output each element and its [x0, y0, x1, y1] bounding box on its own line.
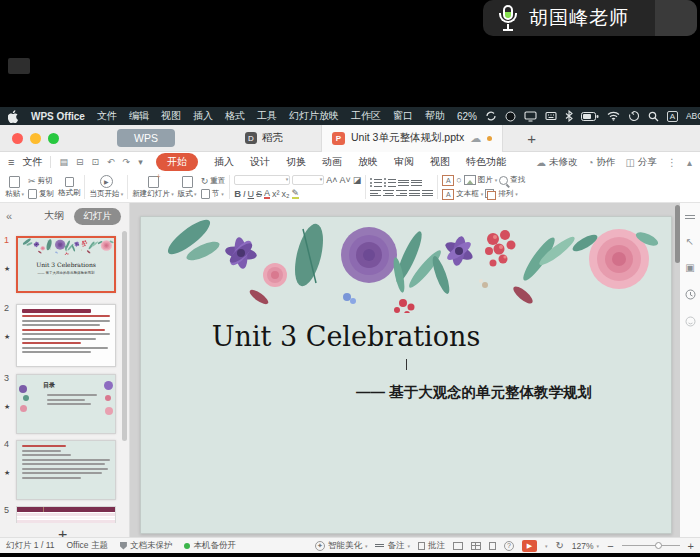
zoom-in-button[interactable]: +: [688, 540, 694, 552]
align-right-button[interactable]: [396, 190, 407, 196]
collapse-panel-button[interactable]: «: [6, 210, 12, 222]
picture-icon[interactable]: [464, 175, 476, 185]
menu-edit[interactable]: 编辑: [129, 109, 149, 123]
close-window-button[interactable]: [12, 133, 23, 144]
zoom-percent[interactable]: 127%: [572, 541, 594, 551]
preview-icon[interactable]: ⊡: [91, 157, 99, 167]
tab-home[interactable]: 开始: [156, 153, 198, 171]
paste-button[interactable]: 粘贴 ▾: [5, 176, 24, 199]
backup-status[interactable]: 本机备份开: [193, 540, 236, 552]
sync-icon[interactable]: [485, 110, 497, 122]
undo-icon[interactable]: ↶: [107, 157, 115, 167]
arrange-button[interactable]: 排列: [498, 189, 513, 199]
textbox-icon[interactable]: A: [442, 189, 454, 200]
format-painter-button[interactable]: 格式刷: [58, 177, 81, 198]
wps-home-button[interactable]: WPS: [117, 129, 175, 147]
menu-window[interactable]: 窗口: [393, 109, 413, 123]
tab-document-active[interactable]: P Unit 3单元整体规划.pptx ☁: [321, 125, 503, 152]
find-button[interactable]: 查找: [510, 175, 525, 185]
control-center-icon[interactable]: [628, 110, 640, 122]
font-color-button[interactable]: A: [264, 189, 270, 199]
video-call-overlay[interactable]: 胡国峰老师: [483, 0, 697, 36]
menubar-app-name[interactable]: WPS Office: [31, 111, 85, 122]
notes-button[interactable]: 备注: [387, 540, 404, 552]
theme-name[interactable]: Office 主题: [67, 540, 108, 552]
slide-title-text[interactable]: Unit 3 Celebrations: [81, 321, 611, 352]
cut-button[interactable]: ✂剪切: [28, 176, 54, 186]
wordart-icon[interactable]: A: [442, 175, 454, 186]
fit-window-icon[interactable]: ↻: [555, 540, 563, 551]
justify-button[interactable]: [409, 190, 420, 196]
play-slideshow-button[interactable]: ▶: [522, 540, 537, 552]
picture-button[interactable]: 图片: [478, 175, 493, 185]
increase-font-button[interactable]: A˄: [326, 175, 337, 185]
ribbon-file-menu[interactable]: 文件: [22, 155, 42, 169]
slide-layout-button[interactable]: 版式 ▾: [178, 176, 197, 199]
numbered-list-button[interactable]: [384, 178, 396, 187]
textbox-button[interactable]: 文本框: [456, 189, 479, 199]
print-icon[interactable]: ⊟: [76, 157, 84, 167]
reading-view-button[interactable]: [489, 542, 496, 550]
hamburger-menu-icon[interactable]: ≡: [8, 156, 14, 168]
play-options-caret[interactable]: ▾: [545, 543, 548, 549]
slide-thumbnail-1[interactable]: Unit 3 Celebrations —— 基于大观念的单元整体教学规划: [16, 236, 116, 293]
tab-outline[interactable]: 大纲: [44, 209, 64, 223]
tab-special-features[interactable]: 特色功能: [466, 155, 506, 169]
menu-insert[interactable]: 插入: [193, 109, 213, 123]
select-tool-icon[interactable]: ↖: [686, 237, 694, 247]
section-button[interactable]: 节▾: [201, 189, 226, 199]
collaborate-button[interactable]: 协作: [597, 156, 616, 169]
menu-file[interactable]: 文件: [97, 109, 117, 123]
slide-thumbnail-3[interactable]: 目录: [16, 374, 116, 434]
menu-slideshow[interactable]: 幻灯片放映: [289, 109, 339, 123]
increase-indent-button[interactable]: [411, 180, 422, 186]
menu-view[interactable]: 视图: [161, 109, 181, 123]
tab-design[interactable]: 设计: [250, 155, 270, 169]
wifi-icon[interactable]: [607, 111, 620, 121]
slide-thumbnail-4[interactable]: [16, 440, 116, 500]
protection-status[interactable]: 文档未保护: [130, 540, 173, 552]
strikethrough-button[interactable]: S: [256, 189, 262, 199]
search-icon[interactable]: [648, 111, 659, 122]
collapse-ribbon-icon[interactable]: ▴: [687, 157, 692, 168]
decrease-indent-button[interactable]: [398, 180, 409, 186]
menu-format[interactable]: 格式: [225, 109, 245, 123]
share-button[interactable]: 分享: [638, 156, 657, 169]
decrease-font-button[interactable]: A˅: [339, 175, 350, 185]
tab-slideshow[interactable]: 放映: [358, 155, 378, 169]
display-icon[interactable]: [524, 111, 537, 122]
italic-button[interactable]: I: [243, 189, 246, 199]
comment-button[interactable]: 批注: [428, 540, 445, 552]
zoom-window-button[interactable]: [48, 133, 59, 144]
bullet-list-button[interactable]: [370, 178, 382, 187]
tab-transition[interactable]: 切换: [286, 155, 306, 169]
new-tab-button[interactable]: +: [527, 130, 536, 147]
input-abc-label[interactable]: ABC: [686, 111, 700, 121]
input-source-icon[interactable]: A: [667, 111, 678, 122]
reset-button[interactable]: ↻重置: [201, 176, 226, 186]
image-panel-icon[interactable]: ▣: [685, 263, 694, 273]
superscript-button[interactable]: x²: [272, 189, 280, 199]
align-center-button[interactable]: [383, 190, 394, 196]
rail-handle-icon[interactable]: [685, 213, 695, 221]
help-icon[interactable]: ?: [504, 541, 514, 551]
smart-idea-icon[interactable]: ○: [456, 175, 461, 185]
bold-button[interactable]: B: [234, 188, 241, 199]
sticker-icon[interactable]: [685, 316, 696, 327]
tab-animation[interactable]: 动画: [322, 155, 342, 169]
zoom-slider-knob[interactable]: [655, 542, 662, 549]
bluetooth-icon[interactable]: [565, 110, 573, 122]
slide-sorter-view-button[interactable]: [471, 542, 481, 550]
font-size-select[interactable]: [292, 175, 324, 185]
keyboard-icon[interactable]: [545, 111, 557, 121]
line-spacing-button[interactable]: [422, 190, 433, 196]
zoom-out-button[interactable]: −: [607, 540, 613, 552]
menu-help[interactable]: 帮助: [425, 109, 445, 123]
tab-insert[interactable]: 插入: [214, 155, 234, 169]
menu-workspace[interactable]: 工作区: [351, 109, 381, 123]
history-icon[interactable]: [685, 289, 696, 300]
beautify-button[interactable]: 智能美化: [328, 540, 362, 552]
tab-slides-active[interactable]: 幻灯片: [74, 208, 121, 225]
more-options-icon[interactable]: ⋮: [667, 157, 677, 168]
copy-button[interactable]: 复制: [28, 189, 54, 199]
